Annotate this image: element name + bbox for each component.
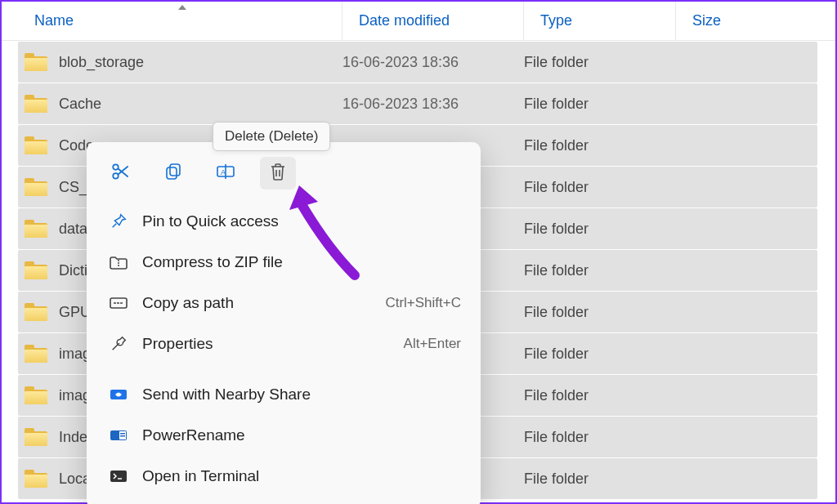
- file-name: data: [59, 221, 87, 238]
- file-name: Inde: [59, 429, 87, 446]
- sort-ascending-icon: [177, 0, 188, 16]
- copy-button[interactable]: [155, 157, 191, 190]
- file-name: Dicti: [59, 262, 87, 279]
- cell-type: File folder: [524, 304, 676, 321]
- cell-type: File folder: [524, 471, 676, 488]
- cell-type: File folder: [524, 262, 676, 279]
- column-label: Date modified: [359, 12, 450, 29]
- menu-label: Pin to Quick access: [142, 212, 461, 230]
- cell-type: File folder: [524, 96, 676, 113]
- file-row[interactable]: Cache16-06-2023 18:36File folder: [18, 83, 817, 124]
- menu-nearby-share[interactable]: Send with Nearby Share: [87, 374, 481, 415]
- copy-icon: [163, 162, 183, 185]
- folder-icon: [25, 470, 47, 488]
- cell-name: Cache: [18, 95, 342, 113]
- terminal-icon: [106, 466, 131, 486]
- svg-rect-5: [167, 167, 177, 179]
- cell-type: File folder: [524, 137, 676, 154]
- cell-type: File folder: [524, 221, 676, 238]
- file-name: blob_storage: [59, 54, 144, 71]
- column-header-type[interactable]: Type: [524, 2, 676, 40]
- folder-icon: [25, 386, 47, 404]
- svg-text:A: A: [221, 168, 226, 176]
- column-header-date[interactable]: Date modified: [342, 2, 524, 40]
- menu-compress-zip[interactable]: Compress to ZIP file: [87, 242, 481, 283]
- svg-rect-4: [170, 164, 180, 176]
- column-label: Type: [540, 12, 572, 29]
- menu-shortcut: Ctrl+Shift+C: [385, 295, 461, 311]
- wrench-icon: [106, 334, 131, 354]
- menu-copy-as-path[interactable]: Copy as path Ctrl+Shift+C: [87, 283, 481, 323]
- cut-button[interactable]: [103, 157, 139, 190]
- trash-icon: [269, 162, 287, 185]
- svg-rect-19: [120, 433, 125, 435]
- folder-icon: [25, 303, 47, 321]
- menu-label: Properties: [142, 335, 404, 353]
- column-label: Size: [692, 12, 721, 29]
- cell-type: File folder: [524, 387, 676, 404]
- svg-rect-20: [120, 435, 125, 437]
- menu-open-terminal[interactable]: Open in Terminal: [87, 456, 481, 497]
- menu-pin-to-quick-access[interactable]: Pin to Quick access: [87, 201, 481, 242]
- cell-date: 16-06-2023 18:36: [342, 96, 524, 113]
- scissors-icon: [110, 161, 132, 185]
- cell-type: File folder: [524, 179, 676, 196]
- folder-icon: [25, 428, 47, 446]
- menu-label: Compress to ZIP file: [142, 253, 461, 271]
- menu-properties[interactable]: Properties Alt+Enter: [87, 323, 481, 364]
- folder-icon: [25, 136, 47, 154]
- context-menu-iconbar: A: [87, 149, 481, 201]
- cell-date: 16-06-2023 18:36: [342, 54, 524, 71]
- folder-icon: [25, 178, 47, 196]
- powerrename-icon: [106, 426, 131, 445]
- column-header-name[interactable]: Name: [2, 2, 342, 40]
- file-name: Cache: [59, 96, 101, 113]
- tooltip-text: Delete (Delete): [225, 128, 318, 144]
- menu-separator: [87, 364, 481, 374]
- column-header-row: Name Date modified Type Size: [2, 2, 835, 41]
- rename-icon: A: [215, 162, 236, 185]
- zip-icon: [106, 252, 131, 272]
- folder-icon: [25, 53, 47, 71]
- folder-icon: [25, 220, 47, 238]
- column-label: Name: [34, 12, 74, 29]
- file-row[interactable]: blob_storage16-06-2023 18:36File folder: [18, 42, 817, 83]
- svg-line-11: [113, 224, 117, 228]
- menu-label: PowerRename: [142, 426, 461, 444]
- svg-rect-21: [110, 471, 127, 482]
- context-menu: A Pin to Quick acces: [87, 142, 481, 504]
- cell-type: File folder: [524, 346, 676, 363]
- menu-label: Open in Terminal: [142, 467, 461, 485]
- cell-name: blob_storage: [18, 53, 342, 71]
- menu-label: Copy as path: [142, 294, 385, 312]
- menu-powerrename[interactable]: PowerRename: [87, 415, 481, 456]
- cell-type: File folder: [524, 54, 676, 71]
- nearby-share-icon: [106, 385, 131, 404]
- tooltip-delete: Delete (Delete): [213, 122, 330, 151]
- cell-type: File folder: [524, 429, 676, 446]
- folder-icon: [25, 261, 47, 279]
- folder-icon: [25, 95, 47, 113]
- delete-button[interactable]: [260, 157, 296, 190]
- menu-label: Send with Nearby Share: [142, 386, 461, 404]
- column-header-size[interactable]: Size: [676, 2, 835, 40]
- rename-button[interactable]: A: [208, 157, 244, 190]
- menu-shortcut: Alt+Enter: [404, 336, 461, 352]
- folder-icon: [25, 345, 47, 363]
- path-icon: [106, 293, 131, 313]
- pin-icon: [106, 212, 131, 231]
